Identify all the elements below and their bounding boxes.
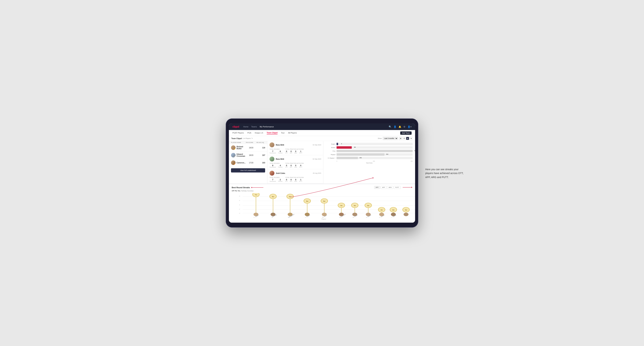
show-label: Show bbox=[378, 138, 382, 139]
bar-row-bogeys: Bogeys 311 bbox=[326, 153, 413, 156]
table-view-button[interactable]: ⇅ bbox=[410, 137, 413, 140]
player-info: 2 Edward Crossman bbox=[231, 153, 246, 158]
putt-label: PUTT bbox=[299, 152, 302, 154]
card-avatar bbox=[270, 157, 274, 162]
filter-putt[interactable]: PUTT bbox=[394, 186, 400, 189]
ott-value: 0 bbox=[285, 150, 288, 152]
streaks-svg: 0 2 4 6 8 7x E. Ebert 6x B. Mc bbox=[235, 193, 415, 218]
rounds-label: Total Rounds bbox=[270, 148, 282, 150]
annotation-arrow-left bbox=[251, 186, 265, 189]
card-date: 02 Sep 2023 bbox=[313, 144, 321, 146]
tablet-screen: clippd Home Teams My Performance 🔍 👤 🔔 ⚙… bbox=[229, 123, 415, 223]
nav-teams[interactable]: Teams bbox=[251, 126, 257, 128]
player-name: Edward Crossman bbox=[236, 153, 246, 157]
svg-text:7x: 7x bbox=[255, 194, 257, 195]
player-pb-score: 19/20 bbox=[246, 147, 256, 149]
bar-value-birdies: 96 bbox=[354, 147, 356, 148]
player-row[interactable]: 3 Cameron... 17/20 103 bbox=[229, 159, 267, 167]
card-player-name: Rees Britt bbox=[276, 158, 284, 160]
subtitle-bold: Off The Tee bbox=[232, 190, 240, 192]
right-panel: Eagles 3 Birdies 96 bbox=[324, 141, 415, 183]
view-type-buttons: ⊞ ☰ ▤ ⇅ bbox=[399, 137, 413, 140]
subnav: PGAT Players PGA Hcaps 1-5 Team Clippd T… bbox=[229, 130, 415, 136]
svg-text:6x: 6x bbox=[289, 196, 292, 197]
bar-fill: 96 bbox=[336, 146, 352, 149]
svg-text:5x: 5x bbox=[306, 200, 308, 202]
player-name: Cameron... bbox=[236, 162, 246, 164]
filter-arg[interactable]: ARG bbox=[387, 186, 393, 189]
bar-row-eagles: Eagles 3 bbox=[326, 143, 413, 145]
add-team-button[interactable]: Add Team bbox=[400, 131, 412, 135]
period-select[interactable]: Last 3 months bbox=[383, 137, 398, 140]
annotation-text: Here you can see streaks your players ha… bbox=[425, 168, 464, 179]
nav-home[interactable]: Home bbox=[243, 126, 248, 128]
user-icon[interactable]: 👤 bbox=[394, 126, 396, 128]
subnav-pga[interactable]: PGA bbox=[248, 132, 251, 134]
subnav-tour[interactable]: Tour bbox=[281, 132, 284, 134]
tablet-frame: clippd Home Teams My Performance 🔍 👤 🔔 ⚙… bbox=[226, 119, 418, 227]
navbar: clippd Home Teams My Performance 🔍 👤 🔔 ⚙… bbox=[229, 123, 415, 130]
nav-links: Home Teams My Performance bbox=[243, 126, 274, 128]
card-view-button[interactable]: ▤ bbox=[406, 137, 409, 140]
svg-text:4: 4 bbox=[239, 204, 240, 206]
svg-text:2: 2 bbox=[239, 208, 240, 210]
subnav-right: Add Team bbox=[400, 131, 412, 135]
chart-x-axis: 0 200 400 bbox=[326, 161, 413, 162]
svg-point-65 bbox=[404, 213, 408, 216]
view-controls: Show Last 3 months ⊞ ☰ ▤ ⇅ bbox=[378, 137, 413, 140]
bar-chart: Eagles 3 Birdies 96 bbox=[326, 143, 413, 159]
svg-text:4x: 4x bbox=[367, 205, 370, 206]
settings-icon[interactable]: ⚙ bbox=[404, 126, 406, 128]
player-pb-avg: 103 bbox=[256, 162, 265, 164]
bar-row-dbogeys: D. Bogeys + 131 bbox=[326, 157, 413, 159]
bar-container: 311 bbox=[336, 153, 413, 156]
subnav-all-players[interactable]: All Players bbox=[288, 132, 297, 134]
bell-icon[interactable]: 🔔 bbox=[398, 126, 401, 128]
svg-marker-0 bbox=[251, 187, 252, 188]
svg-text:0: 0 bbox=[239, 212, 240, 214]
streaks-title: Best Round Streaks bbox=[232, 186, 250, 188]
card-date: 26 Aug 2023 bbox=[313, 172, 321, 174]
bar-value-pars: 499 bbox=[414, 150, 415, 152]
rank-badge: 2 bbox=[234, 156, 236, 158]
grid-view-button[interactable]: ⊞ bbox=[399, 137, 402, 140]
tournament-value: 8 bbox=[270, 165, 276, 167]
subnav-team-clippd[interactable]: Team Clippd bbox=[267, 132, 278, 134]
card-player-name: Rees Britt bbox=[276, 144, 284, 146]
bar-fill: 311 bbox=[336, 153, 384, 156]
practice-value: 6 bbox=[278, 150, 282, 152]
x-axis-label: Players bbox=[232, 218, 412, 220]
bar-fill: 3 bbox=[336, 143, 338, 145]
app-label: APP bbox=[290, 152, 292, 154]
profile-icon[interactable]: 👤▾ bbox=[408, 126, 412, 128]
nav-my-performance[interactable]: My Performance bbox=[260, 126, 274, 128]
col-player-name: PLAYER NAME bbox=[231, 142, 246, 143]
subnav-pgat[interactable]: PGAT Players bbox=[232, 132, 244, 134]
filter-app[interactable]: APP bbox=[380, 186, 386, 189]
bar-value-eagles: 3 bbox=[341, 143, 342, 145]
filter-ott[interactable]: OTT bbox=[374, 186, 380, 189]
player-row[interactable]: 2 Edward Crossman 18/20 107 bbox=[229, 152, 267, 159]
player-pb-score: 17/20 bbox=[246, 162, 256, 164]
bottom-header: Best Round Streaks OTT APP ARG PUTT bbox=[232, 186, 412, 189]
subnav-hcaps[interactable]: Hcaps 1-5 bbox=[255, 132, 263, 134]
main-panels: PLAYER NAME PB SCORE PB AVG SQ 1 Richard… bbox=[229, 141, 415, 183]
putt-value: 1 bbox=[299, 150, 302, 152]
card-avatar bbox=[270, 142, 274, 147]
svg-text:3x: 3x bbox=[380, 209, 383, 211]
svg-text:6x: 6x bbox=[272, 196, 274, 197]
list-view-button[interactable]: ☰ bbox=[402, 137, 406, 140]
player-pb-avg: 107 bbox=[256, 154, 265, 156]
svg-text:3x: 3x bbox=[405, 209, 407, 211]
avatar: 2 bbox=[231, 153, 236, 158]
edit-team-icon[interactable]: ✎ bbox=[252, 138, 253, 139]
view-leaderboard-button[interactable]: View Full Leaderboard bbox=[231, 168, 265, 173]
svg-marker-1 bbox=[412, 187, 412, 188]
player-row[interactable]: 1 Richard Butler 19/20 110 bbox=[229, 144, 267, 152]
team-name: Team Clippd bbox=[231, 138, 242, 140]
search-icon[interactable]: 🔍 bbox=[389, 126, 392, 128]
col-pb-score: PB SCORE bbox=[246, 142, 256, 143]
card-avatar bbox=[270, 171, 274, 176]
col-pb-avg: PB AVG SQ bbox=[256, 142, 265, 143]
x-tick-200: 200 bbox=[373, 161, 375, 162]
